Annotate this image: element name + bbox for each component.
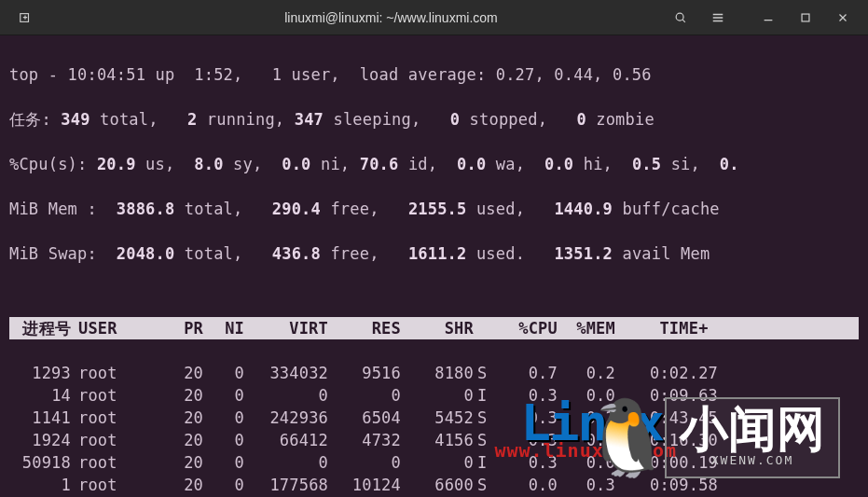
cell-shr: 5452 [401, 407, 474, 429]
cell-pr: 20 [149, 429, 203, 451]
cell-user: root [75, 362, 149, 384]
cell-s: S [474, 429, 494, 451]
new-tab-icon [19, 11, 32, 24]
cell-res: 0 [328, 451, 401, 474]
cell-s: S [474, 362, 494, 384]
cell-shr: 0 [401, 451, 474, 474]
process-table-body: 1293root20033403295168180S0.70.20:02.271… [9, 362, 859, 497]
cell-user: root [75, 451, 149, 474]
cell-shr: 6600 [401, 474, 474, 496]
minimize-icon [762, 11, 775, 24]
watermark-url: www.linuxmi.com [494, 439, 677, 462]
cell-user: root [75, 407, 149, 429]
cell-res: 4732 [328, 429, 401, 451]
close-icon [836, 11, 849, 24]
cell-ni: 0 [203, 362, 244, 384]
window-titlebar: linuxmi@linuxmi: ~/www.linuxmi.com [0, 0, 868, 35]
table-row: 50918root200000I0.30.00:00.19 [9, 451, 859, 474]
cell-user: root [75, 474, 149, 496]
cell-pid: 50918 [9, 451, 75, 474]
cell-mem: 0.2 [558, 362, 615, 384]
cell-res: 9516 [328, 362, 401, 384]
col-time: TIME+ [615, 317, 718, 339]
cell-ni: 0 [203, 407, 244, 429]
cell-s: I [474, 384, 494, 407]
cell-virt: 66412 [244, 429, 328, 451]
cell-shr: 0 [401, 384, 474, 407]
cell-shr: 4156 [401, 429, 474, 451]
window-title: linuxmi@linuxmi: ~/www.linuxmi.com [119, 10, 663, 25]
table-row: 1924root2006641247324156S0.30.10:16.30 [9, 429, 859, 451]
search-icon [674, 11, 687, 24]
cell-res: 6504 [328, 407, 401, 429]
table-row: 14root200000I0.30.00:09.63 [9, 384, 859, 407]
col-cpu: %CPU [494, 317, 558, 339]
col-user: USER [75, 317, 149, 339]
hamburger-icon [711, 11, 724, 24]
cell-virt: 0 [244, 451, 328, 474]
cell-pr: 20 [149, 384, 203, 407]
menu-button[interactable] [700, 5, 736, 31]
table-row: 1root200177568101246600S0.00.30:09.58 [9, 474, 859, 496]
cell-pid: 1924 [9, 429, 75, 451]
summary-tasks: 任务: 349 total, 2 running, 347 sleeping, … [9, 108, 859, 131]
terminal-output[interactable]: top - 10:04:51 up 1:52, 1 user, load ave… [0, 35, 868, 497]
cell-s: S [474, 407, 494, 429]
col-shr: SHR [401, 317, 474, 339]
svg-point-1 [676, 13, 683, 21]
cell-pid: 1 [9, 474, 75, 496]
cell-ni: 0 [203, 474, 244, 496]
cell-ni: 0 [203, 451, 244, 474]
cell-cpu: 0.0 [494, 474, 558, 496]
maximize-button[interactable] [788, 5, 823, 31]
maximize-icon [799, 11, 812, 24]
summary-swap: MiB Swap: 2048.0 total, 436.8 free, 1611… [9, 242, 859, 265]
col-ni: NI [203, 317, 244, 339]
cell-mem: 0.3 [558, 474, 615, 496]
cell-pr: 20 [149, 474, 203, 496]
cell-user: root [75, 384, 149, 407]
cell-cpu: 0.7 [494, 362, 558, 384]
col-mem: %MEM [558, 317, 615, 339]
new-tab-button[interactable] [7, 5, 43, 31]
table-row: 1141root20024293665045452S0.30.20:43.45 [9, 407, 859, 429]
cell-pid: 14 [9, 384, 75, 407]
cell-pr: 20 [149, 362, 203, 384]
summary-uptime: top - 10:04:51 up 1:52, 1 user, load ave… [9, 63, 859, 86]
cell-virt: 0 [244, 384, 328, 407]
cell-s: I [474, 451, 494, 474]
cell-res: 0 [328, 384, 401, 407]
process-table-header: 进程号 USER PR NI VIRT RES SHR %CPU %MEM TI… [9, 317, 859, 339]
cell-virt: 242936 [244, 407, 328, 429]
cell-res: 10124 [328, 474, 401, 496]
col-s [474, 317, 494, 339]
search-button[interactable] [663, 5, 698, 31]
summary-mem: MiB Mem : 3886.8 total, 290.4 free, 2155… [9, 198, 859, 220]
minimize-button[interactable] [751, 5, 786, 31]
cell-s: S [474, 474, 494, 496]
svg-rect-2 [802, 14, 809, 21]
cell-time: 0:02.27 [615, 362, 718, 384]
cell-virt: 177568 [244, 474, 328, 496]
table-row: 1293root20033403295168180S0.70.20:02.27 [9, 362, 859, 384]
cell-pid: 1293 [9, 362, 75, 384]
cell-user: root [75, 429, 149, 451]
cell-ni: 0 [203, 384, 244, 407]
cell-pid: 1141 [9, 407, 75, 429]
col-virt: VIRT [244, 317, 328, 339]
close-button[interactable] [825, 5, 861, 31]
cell-shr: 8180 [401, 362, 474, 384]
cell-pr: 20 [149, 451, 203, 474]
cell-virt: 334032 [244, 362, 328, 384]
col-res: RES [328, 317, 401, 339]
col-pr: PR [149, 317, 203, 339]
cell-pr: 20 [149, 407, 203, 429]
cell-ni: 0 [203, 429, 244, 451]
summary-cpu: %Cpu(s): 20.9 us, 8.0 sy, 0.0 ni, 70.6 i… [9, 153, 859, 175]
col-pid: 进程号 [9, 317, 75, 339]
cell-time: 0:09.58 [615, 474, 718, 496]
